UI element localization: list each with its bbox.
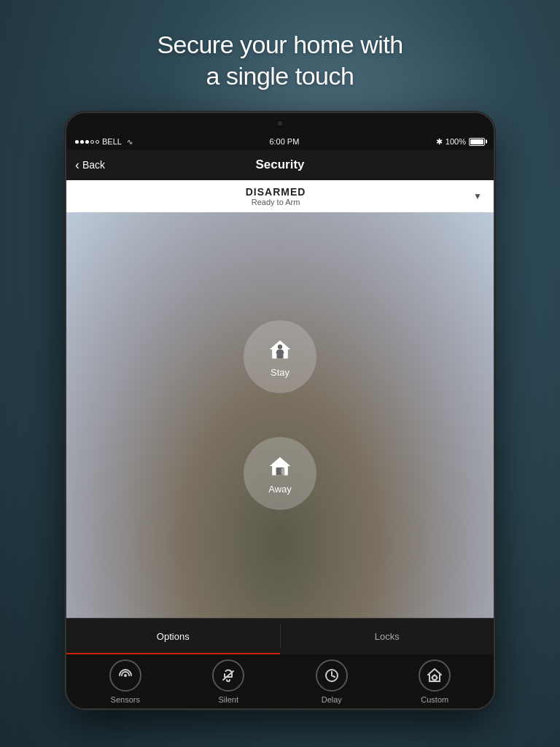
bottom-tabs: Options Locks xyxy=(66,618,494,654)
wifi-icon: ∿ xyxy=(127,138,133,146)
battery-icon xyxy=(469,138,485,146)
armed-state-label: DISARMED xyxy=(246,186,306,198)
svg-point-6 xyxy=(280,471,281,472)
back-chevron-icon: ‹ xyxy=(75,158,79,171)
silent-label: Silent xyxy=(218,695,238,704)
arm-status-content: DISARMED Ready to Arm xyxy=(78,186,473,206)
action-buttons: Stay Away xyxy=(66,212,494,618)
tab-options[interactable]: Options xyxy=(66,619,280,654)
signal-dot-3 xyxy=(85,140,89,144)
status-bar: BELL ∿ 6:00 PM ✱ 100% xyxy=(66,133,494,150)
tab-locks[interactable]: Locks xyxy=(281,619,494,654)
back-button[interactable]: ‹ Back xyxy=(75,158,105,171)
delay-label: Delay xyxy=(322,695,342,704)
nav-bar: ‹ Back Security xyxy=(66,150,494,180)
status-right: ✱ 100% xyxy=(436,137,485,147)
sensors-icon xyxy=(117,667,134,684)
delay-item[interactable]: Delay xyxy=(280,659,384,704)
nav-title: Security xyxy=(255,158,304,172)
dropdown-arrow-icon[interactable]: ▼ xyxy=(473,191,482,201)
signal-dot-2 xyxy=(80,140,84,144)
signal-dots xyxy=(75,140,99,144)
away-label: Away xyxy=(268,484,292,495)
signal-dot-5 xyxy=(96,140,99,144)
status-left: BELL ∿ xyxy=(75,137,133,146)
svg-point-7 xyxy=(124,674,127,677)
silent-item[interactable]: Silent xyxy=(177,659,281,704)
signal-dot-1 xyxy=(75,140,79,144)
svg-rect-5 xyxy=(281,468,285,474)
sensors-label: Sensors xyxy=(111,695,140,704)
stay-label: Stay xyxy=(271,367,289,378)
main-content: Stay Away xyxy=(66,212,494,618)
custom-icon-circle xyxy=(419,659,451,692)
back-label: Back xyxy=(82,159,105,171)
hero-text: Secure your home with a single touch xyxy=(157,29,402,91)
delay-icon xyxy=(323,667,341,684)
status-strip[interactable]: DISARMED Ready to Arm ▼ xyxy=(66,180,494,212)
tablet-camera xyxy=(278,121,282,125)
silent-icon xyxy=(219,667,237,684)
custom-label: Custom xyxy=(421,695,448,704)
custom-icon xyxy=(426,667,443,684)
away-button[interactable]: Away xyxy=(244,437,316,510)
stay-button[interactable]: Stay xyxy=(244,320,316,393)
sensors-icon-circle xyxy=(109,659,141,692)
status-time: 6:00 PM xyxy=(269,137,299,146)
icon-bar: Sensors Silent Dela xyxy=(66,654,494,708)
sensors-item[interactable]: Sensors xyxy=(74,659,177,704)
ready-state-label: Ready to Arm xyxy=(252,198,300,206)
carrier-label: BELL xyxy=(102,137,122,146)
signal-dot-4 xyxy=(90,140,94,144)
delay-icon-circle xyxy=(316,659,348,692)
bluetooth-icon: ✱ xyxy=(436,137,443,147)
battery-percent: 100% xyxy=(446,137,466,146)
battery-fill xyxy=(470,139,483,144)
tablet-device: BELL ∿ 6:00 PM ✱ 100% ‹ Back Security DI… xyxy=(65,112,495,710)
silent-icon-circle xyxy=(212,659,244,692)
away-icon xyxy=(267,453,293,479)
tablet-top-bezel xyxy=(66,113,494,133)
stay-icon xyxy=(267,336,293,363)
custom-item[interactable]: Custom xyxy=(384,659,487,704)
svg-point-2 xyxy=(278,344,282,349)
